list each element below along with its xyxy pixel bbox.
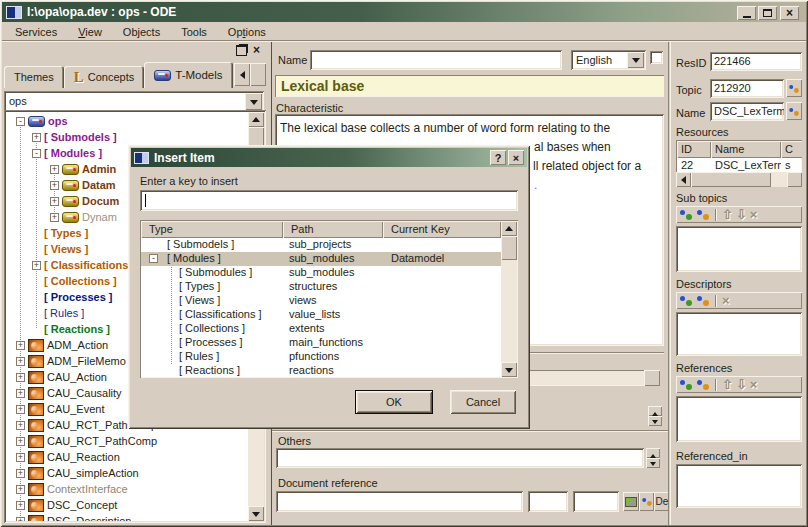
expander-icon[interactable]: + xyxy=(16,501,25,510)
panel-splitter[interactable] xyxy=(668,42,671,525)
referenced-in-list[interactable] xyxy=(676,464,802,508)
expander-icon[interactable]: - xyxy=(149,254,158,263)
link-item-icon[interactable] xyxy=(696,378,710,391)
model-combobox[interactable]: ops xyxy=(4,91,264,112)
dialog-close-button[interactable]: × xyxy=(508,150,524,165)
scroll-left-icon[interactable] xyxy=(676,172,691,187)
dialog-table-scrollbar[interactable] xyxy=(501,221,517,377)
expander-icon[interactable]: + xyxy=(32,133,41,142)
close-button[interactable]: × xyxy=(780,6,799,20)
tree-item[interactable]: +CAU_Reaction xyxy=(6,449,248,465)
expander-icon[interactable]: + xyxy=(16,373,25,382)
expander-icon[interactable]: + xyxy=(16,389,25,398)
expander-icon[interactable]: - xyxy=(32,149,41,158)
link-document-button[interactable] xyxy=(639,492,654,511)
column-header[interactable]: ID xyxy=(677,141,711,158)
table-row[interactable]: 22 DSC_LexTerm s xyxy=(677,158,801,172)
link-item-icon[interactable] xyxy=(696,208,710,221)
tree-item[interactable]: -ops xyxy=(6,113,248,129)
document-reference-extra-field[interactable] xyxy=(573,491,619,512)
document-reference-field[interactable] xyxy=(276,491,523,512)
dialog-titlebar[interactable]: Insert Item ? × xyxy=(131,148,527,167)
expander-icon[interactable]: + xyxy=(50,197,59,206)
window-titlebar[interactable]: I:\opa\opa.dev : ops - ODE × xyxy=(2,2,806,22)
tab-concepts[interactable]: LConcepts xyxy=(64,66,145,88)
expander-icon[interactable]: + xyxy=(50,181,59,190)
tree-item[interactable]: +DSC_Concept xyxy=(6,497,248,513)
spin-up-icon[interactable] xyxy=(648,406,662,416)
dialog-table-row[interactable]: [ Submodels ]sub_projects xyxy=(141,238,501,252)
move-down-icon[interactable]: ⇩ xyxy=(736,208,747,221)
expander-icon[interactable]: + xyxy=(32,261,41,270)
float-panel-icon[interactable] xyxy=(236,45,247,56)
menu-item-options[interactable]: Options xyxy=(219,25,275,39)
spin-down-icon[interactable] xyxy=(646,458,660,468)
maximize-button[interactable] xyxy=(758,6,777,20)
scrollbar-thumb[interactable] xyxy=(691,172,771,187)
topic-field[interactable]: 212920 xyxy=(710,79,784,98)
key-input[interactable] xyxy=(140,190,518,211)
column-header[interactable]: Name xyxy=(711,141,781,158)
combobox-dropdown-icon[interactable] xyxy=(245,93,262,110)
tree-item[interactable]: +ContextInterface xyxy=(6,481,248,497)
language-checkbox[interactable] xyxy=(650,51,663,64)
tree-item[interactable]: +DSC_Description xyxy=(6,513,248,521)
expander-icon[interactable]: + xyxy=(16,437,25,446)
tab-themes[interactable]: Themes xyxy=(4,66,64,88)
expander-icon[interactable]: + xyxy=(16,405,25,414)
column-header-key[interactable]: Current Key xyxy=(383,221,501,238)
tab-t-models[interactable]: T-Models xyxy=(144,62,232,88)
menu-item-objects[interactable]: Objects xyxy=(114,25,169,39)
expander-icon[interactable]: - xyxy=(16,117,25,126)
resources-scrollbar[interactable] xyxy=(676,172,802,187)
expander-icon[interactable]: + xyxy=(50,165,59,174)
expander-icon[interactable]: + xyxy=(16,517,25,522)
references-list[interactable] xyxy=(676,396,802,442)
column-header-path[interactable]: Path xyxy=(283,221,383,238)
add-item-icon[interactable] xyxy=(679,378,693,391)
resid-field[interactable]: 221466 xyxy=(710,52,802,71)
spin-up-icon[interactable] xyxy=(646,448,660,458)
others-spin-control[interactable] xyxy=(646,448,660,468)
close-panel-icon[interactable]: × xyxy=(253,45,260,56)
delete-icon[interactable]: × xyxy=(750,378,758,391)
dialog-table-row[interactable]: [ Views ]views xyxy=(141,294,501,308)
dialog-table-row[interactable]: [ Classifications ]value_lists xyxy=(141,308,501,322)
dialog-table-row[interactable]: [ Types ]structures xyxy=(141,280,501,294)
move-down-icon[interactable]: ⇩ xyxy=(736,378,747,391)
move-up-icon[interactable]: ⇧ xyxy=(722,208,733,221)
expander-icon[interactable]: + xyxy=(16,421,25,430)
language-dropdown-icon[interactable] xyxy=(627,52,644,68)
column-header[interactable]: C xyxy=(781,141,802,158)
tab-scroll-left-icon[interactable] xyxy=(234,63,250,86)
tree-item[interactable]: +CAU_RCT_PathComp xyxy=(6,433,248,449)
expander-icon[interactable]: + xyxy=(16,469,25,478)
open-document-button[interactable] xyxy=(623,492,639,511)
delete-icon[interactable]: × xyxy=(750,208,758,221)
dialog-table-row[interactable]: [ Processes ]main_functions xyxy=(141,336,501,350)
scroll-right-icon[interactable] xyxy=(644,370,660,386)
expander-icon[interactable]: + xyxy=(16,453,25,462)
topic-link-button[interactable] xyxy=(786,79,802,97)
spin-control[interactable] xyxy=(648,406,662,426)
dialog-table-row[interactable]: [ Rules ]pfunctions xyxy=(141,350,501,364)
move-up-icon[interactable]: ⇧ xyxy=(722,378,733,391)
add-item-icon[interactable] xyxy=(679,294,693,307)
link-item-icon[interactable] xyxy=(696,294,710,307)
name-field[interactable]: DSC_LexTerm xyxy=(710,102,784,121)
add-item-icon[interactable] xyxy=(679,208,693,221)
descriptors-list[interactable] xyxy=(676,312,802,356)
tree-item[interactable]: +[ Submodels ] xyxy=(6,129,248,145)
dialog-table-row[interactable]: -[ Modules ]sub_modulesDatamodel xyxy=(141,252,501,266)
help-button[interactable]: ? xyxy=(490,150,506,165)
ok-button[interactable]: OK xyxy=(355,390,433,414)
minimize-button[interactable] xyxy=(737,6,756,20)
scrollbar-thumb[interactable] xyxy=(501,236,517,260)
delete-icon[interactable]: × xyxy=(722,294,730,307)
subtopics-list[interactable] xyxy=(676,226,802,272)
cancel-button[interactable]: Cancel xyxy=(450,390,516,414)
language-combobox[interactable]: English xyxy=(571,50,646,70)
document-reference-page-field[interactable] xyxy=(528,491,568,512)
scroll-down-icon[interactable] xyxy=(501,362,517,377)
scroll-down-icon[interactable] xyxy=(248,506,264,521)
